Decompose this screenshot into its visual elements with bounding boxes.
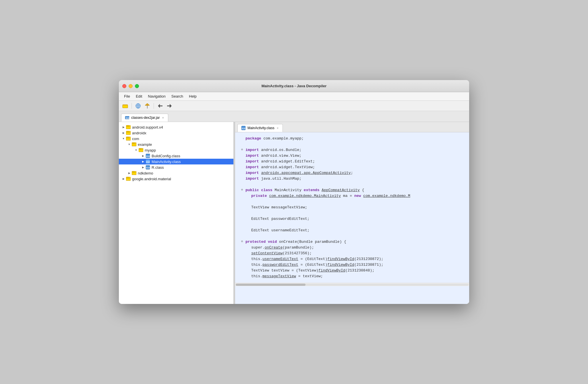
menu-bar: File Edit Navigation Search Help — [119, 92, 469, 101]
code-editor[interactable]: package com.example.myapp; ⊖ import andr… — [235, 132, 469, 304]
scrollbar-thumb[interactable] — [236, 284, 305, 286]
code-line-blank-3 — [240, 199, 465, 205]
tree-label: ndkdemo — [138, 171, 231, 175]
code-tab-mainactivity[interactable]: 010 MainActivity.class × — [237, 124, 283, 132]
main-tab[interactable]: 010 classes-dex2jar.jar × — [121, 114, 168, 122]
svg-rect-25 — [133, 142, 134, 143]
minimize-button[interactable] — [129, 84, 133, 88]
class-file-tab-icon: 010 — [241, 126, 246, 130]
tree-item-myapp[interactable]: ▼ myapp — [119, 147, 233, 153]
code-tab-label: MainActivity.class — [247, 126, 274, 130]
expand-arrow: ▶ — [121, 131, 126, 135]
menu-file[interactable]: File — [121, 93, 133, 99]
expand-arrow: ▼ — [121, 136, 126, 141]
code-line-field-textview: TextView messageTextView; — [240, 205, 465, 210]
svg-text:010: 010 — [146, 161, 150, 163]
menu-edit[interactable]: Edit — [133, 93, 145, 99]
title-bar: MainActivity.class - Java Decompiler — [119, 80, 469, 92]
tree-item-buildconfig[interactable]: ▶ 010 BuildConfig.class — [119, 153, 233, 159]
app-window: MainActivity.class - Java Decompiler Fil… — [119, 80, 469, 304]
tree-item-androidx[interactable]: ▶ androidx — [119, 130, 233, 136]
fold-button[interactable]: ⊖ — [240, 239, 244, 244]
traffic-lights — [122, 84, 139, 88]
tree-item-example[interactable]: ▼ example — [119, 141, 233, 147]
fold-button[interactable]: ⊖ — [240, 147, 244, 152]
toolbar — [119, 101, 469, 111]
open-folder-icon — [122, 103, 128, 108]
tree-label: androidx — [132, 131, 231, 135]
scrollbar-track[interactable] — [236, 284, 469, 286]
back-button[interactable] — [156, 102, 164, 110]
expand-arrow: ▶ — [121, 125, 126, 129]
code-line-blank-5 — [240, 222, 465, 228]
package-icon — [138, 148, 144, 152]
code-line-import-5: import androidx.appcompat.app.AppCompatA… — [240, 170, 465, 176]
expand-arrow: ▼ — [127, 142, 131, 147]
code-line-message: this.messageTextView = textView; — [240, 274, 465, 279]
code-line-super: super.onCreate(paramBundle); — [240, 245, 465, 251]
code-tabs: 010 MainActivity.class × — [235, 122, 469, 132]
code-line-class: ⊖ public class MainActivity extends AppC… — [240, 187, 465, 193]
expand-arrow: ▶ — [141, 165, 145, 170]
pin-icon — [145, 103, 150, 109]
menu-navigation[interactable]: Navigation — [145, 93, 168, 99]
svg-rect-22 — [127, 137, 129, 137]
svg-rect-19 — [127, 131, 129, 132]
svg-rect-40 — [127, 177, 129, 178]
tree-item-rclass[interactable]: ▶ 010 R.class — [119, 164, 233, 170]
svg-rect-10 — [159, 105, 163, 106]
expand-arrow: ▶ — [141, 159, 145, 164]
svg-rect-28 — [140, 148, 141, 149]
code-line-import-1: ⊖ import android.os.Bundle; — [240, 147, 465, 153]
maximize-button[interactable] — [135, 84, 139, 88]
package-icon — [126, 131, 131, 135]
toolbar-sep-2 — [154, 103, 154, 109]
code-line-blank-1 — [240, 141, 465, 147]
globe-icon — [135, 103, 141, 109]
main-tab-close[interactable]: × — [161, 116, 164, 120]
globe-button[interactable] — [134, 102, 142, 110]
code-panel: 010 MainActivity.class × package com.exa… — [235, 122, 469, 304]
menu-help[interactable]: Help — [186, 93, 200, 99]
tree-label: android.support.v4 — [132, 125, 231, 129]
code-line-field-useredit: EditText usernameEditText; — [240, 228, 465, 233]
code-line-1: package com.example.myapp; — [240, 136, 465, 141]
code-line-blank-4 — [240, 210, 465, 216]
code-line-username: this.usernameEditText = (EditText)findVi… — [240, 256, 465, 262]
svg-rect-8 — [147, 106, 148, 108]
code-tab-close[interactable]: × — [276, 126, 279, 130]
fold-button[interactable]: ⊖ — [240, 187, 244, 192]
tree-item-google[interactable]: ▶ google.android.material — [119, 176, 233, 182]
svg-marker-7 — [145, 103, 150, 106]
tree-item-mainactivity[interactable]: ▶ 010 MainActivity.class — [119, 159, 233, 164]
expand-arrow: ▶ — [141, 154, 145, 158]
tree-label: myapp — [145, 148, 231, 152]
tree-item-android-support[interactable]: ▶ android.support.v4 — [119, 124, 233, 130]
svg-text:010: 010 — [146, 155, 150, 158]
file-tree-panel[interactable]: ▶ android.support.v4 ▶ — [119, 122, 234, 304]
code-line-password: this.passwordEditText = (EditText)findVi… — [240, 262, 465, 268]
tree-item-com[interactable]: ▼ com — [119, 136, 233, 141]
menu-search[interactable]: Search — [169, 93, 186, 99]
code-line-blank-6 — [240, 233, 465, 239]
horizontal-scrollbar[interactable] — [235, 283, 469, 286]
package-icon — [126, 177, 131, 181]
code-line-import-3: import android.widget.EditText; — [240, 159, 465, 164]
window-title: MainActivity.class - Java Decompiler — [262, 84, 327, 88]
expand-arrow: ▼ — [134, 148, 138, 152]
tree-label: MainActivity.class — [152, 160, 231, 164]
main-tabs-area: 010 classes-dex2jar.jar × — [119, 111, 469, 122]
main-tab-label: classes-dex2jar.jar — [131, 116, 160, 120]
close-button[interactable] — [122, 84, 126, 88]
forward-button[interactable] — [165, 102, 173, 110]
svg-text:010: 010 — [126, 117, 129, 119]
svg-rect-16 — [127, 125, 129, 126]
class-file-icon: 010 — [145, 159, 150, 164]
open-button[interactable] — [121, 102, 129, 110]
tree-label: R.class — [152, 165, 231, 170]
pin-button[interactable] — [143, 102, 151, 110]
tree-item-ndkdemo[interactable]: ▶ ndkdemo — [119, 170, 233, 176]
code-content: package com.example.myapp; ⊖ import andr… — [235, 132, 469, 283]
package-icon — [126, 136, 131, 141]
code-line-field-passedit: EditText passwordEditText; — [240, 216, 465, 222]
